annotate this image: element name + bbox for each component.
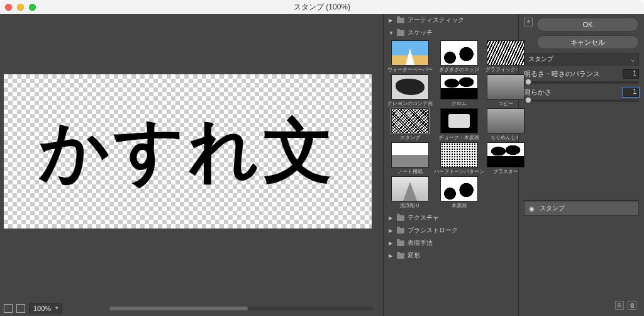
thumb-chrome[interactable]: クロム [434, 74, 484, 107]
visibility-eye-icon[interactable]: ◉ [527, 205, 536, 212]
new-effect-layer-button[interactable]: ⊞ [615, 301, 624, 310]
param-smoothness-label: 滑らかさ [524, 87, 552, 97]
effect-layer-label: スタンプ [540, 204, 565, 213]
preview-text: かすれ文 [39, 104, 336, 198]
folder-icon [397, 240, 404, 246]
chevron-right-icon: ▶ [389, 228, 394, 234]
preview-area[interactable]: かすれ文 [0, 14, 383, 301]
horizontal-scrollbar[interactable] [109, 307, 373, 310]
category-label: アーティスティック [408, 16, 464, 25]
preview-canvas: かすれ文 [4, 74, 372, 229]
collapse-gallery-button[interactable]: ≙ [524, 18, 533, 26]
param-smoothness-slider[interactable] [524, 99, 639, 102]
titlebar: スタンプ (100%) [0, 0, 644, 14]
param-balance: 明るさ・暗さのバランス 1 [524, 69, 639, 84]
preview-column: かすれ文 100% [0, 14, 383, 316]
category-artistic[interactable]: ▶ アーティスティック [384, 14, 518, 26]
category-label: 表現手法 [408, 239, 433, 247]
chevron-down-icon: ▼ [389, 30, 394, 36]
cancel-button[interactable]: キャンセル [536, 35, 639, 49]
param-balance-value[interactable]: 1 [623, 69, 639, 79]
folder-icon [397, 215, 404, 221]
preview-footer: 100% [0, 301, 383, 316]
effect-layers-footer: ⊞ 🗑 [524, 298, 639, 312]
window-title: スタンプ (100%) [0, 2, 644, 13]
filter-select-label: スタンプ [528, 55, 553, 64]
sketch-thumbnails: ウォーターペーパー ぎざぎざのエッジ グラフィックペン クレヨンのコンテ画 クロ… [384, 39, 518, 212]
category-deform[interactable]: ▶ 変形 [384, 249, 518, 262]
zoom-select[interactable]: 100% [29, 303, 62, 313]
ok-button[interactable]: OK [536, 18, 639, 31]
thumb-relief[interactable]: 浅浮彫り [387, 176, 433, 209]
param-balance-label: 明るさ・暗さのバランス [524, 69, 600, 79]
thumb-charcoal[interactable]: 木炭画 [434, 176, 484, 209]
chevron-right-icon: ▶ [389, 253, 394, 259]
param-smoothness-value[interactable]: 1 [623, 87, 639, 97]
slider-knob[interactable] [525, 97, 531, 103]
folder-icon [397, 18, 404, 23]
folder-icon [397, 228, 404, 234]
folder-icon [397, 253, 404, 259]
effect-layer-stamp[interactable]: ◉ スタンプ [524, 201, 639, 216]
chevron-down-icon: ⌵ [631, 56, 635, 63]
dialog-body: かすれ文 100% ▶ アーティスティック ▼ スケッチ [0, 14, 644, 316]
thumb-note[interactable]: ノート用紙 [387, 142, 433, 175]
thumb-chalk[interactable]: チョーク・木炭画 [434, 108, 484, 141]
category-label: 変形 [408, 251, 420, 260]
filter-select[interactable]: スタンプ ⌵ [524, 53, 639, 65]
category-sketch[interactable]: ▼ スケッチ [384, 26, 518, 39]
settings-column: ≙ OK キャンセル スタンプ ⌵ 明るさ・暗さのバランス 1 滑ら [518, 14, 644, 316]
category-brushstroke[interactable]: ▶ ブラシストローク [384, 224, 518, 237]
param-smoothness: 滑らかさ 1 [524, 87, 639, 102]
slider-knob[interactable] [525, 79, 531, 85]
thumb-waterpaper[interactable]: ウォーターペーパー [387, 40, 433, 73]
zoom-out-icon[interactable] [4, 304, 13, 313]
chevron-right-icon: ▶ [389, 215, 394, 221]
thumb-halftone[interactable]: ハーフトーンパターン [434, 142, 484, 175]
thumb-crayon[interactable]: クレヨンのコンテ画 [387, 74, 433, 107]
thumb-zigzag[interactable]: ぎざぎざのエッジ [434, 40, 484, 73]
chevron-right-icon: ▶ [389, 18, 394, 23]
category-texture[interactable]: ▶ テクスチャ [384, 212, 518, 224]
category-label: テクスチャ [408, 213, 439, 222]
category-label: スケッチ [408, 28, 433, 37]
category-expression[interactable]: ▶ 表現手法 [384, 237, 518, 249]
scrollbar-thumb[interactable] [109, 307, 248, 310]
category-label: ブラシストローク [408, 226, 458, 235]
effect-layers: ◉ スタンプ [524, 200, 639, 216]
filter-gallery-column: ▶ アーティスティック ▼ スケッチ ウォーターペーパー ぎざぎざのエッジ グラ… [383, 14, 518, 316]
delete-effect-layer-button[interactable]: 🗑 [628, 301, 636, 310]
thumb-stamp[interactable]: スタンプ [387, 108, 433, 141]
zoom-in-icon[interactable] [16, 304, 25, 313]
folder-icon [397, 30, 404, 36]
param-balance-slider[interactable] [524, 81, 639, 84]
chevron-right-icon: ▶ [389, 240, 394, 246]
filter-gallery-window: スタンプ (100%) かすれ文 100% ▶ アーティスティック [0, 0, 644, 316]
